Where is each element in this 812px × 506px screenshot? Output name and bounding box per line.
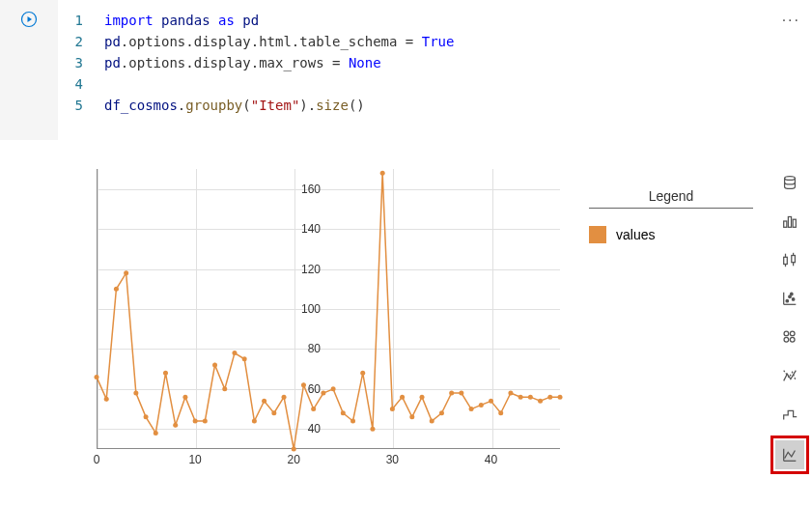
svg-point-42 xyxy=(489,399,493,404)
svg-point-7 xyxy=(144,414,149,419)
legend-separator xyxy=(589,208,753,209)
cell-gutter xyxy=(0,0,58,140)
legend-series-label: values xyxy=(616,227,655,242)
hexbin-icon[interactable] xyxy=(777,324,802,350)
x-tick-label: 40 xyxy=(485,453,497,466)
svg-point-69 xyxy=(790,337,795,342)
x-tick-label: 0 xyxy=(94,453,100,466)
cell-more-icon[interactable]: ··· xyxy=(782,12,800,29)
svg-point-44 xyxy=(508,391,513,396)
line-number: 3 xyxy=(58,52,104,73)
svg-point-31 xyxy=(380,171,385,176)
y-tick-label: 40 xyxy=(282,422,321,436)
step-chart-icon[interactable] xyxy=(777,402,802,427)
svg-point-45 xyxy=(518,395,523,400)
svg-point-39 xyxy=(459,391,463,396)
svg-point-68 xyxy=(784,337,789,342)
svg-point-9 xyxy=(163,371,168,376)
svg-rect-57 xyxy=(792,256,796,263)
cell-output: 406080100120140160 010203040 Legend valu… xyxy=(58,159,792,488)
x-tick-label: 20 xyxy=(288,453,300,466)
code-text[interactable]: import pandas as pd xyxy=(104,10,259,31)
svg-marker-1 xyxy=(28,16,33,22)
svg-point-47 xyxy=(538,399,543,404)
svg-point-8 xyxy=(154,431,158,436)
svg-rect-51 xyxy=(784,221,787,227)
svg-point-36 xyxy=(430,419,434,424)
svg-point-17 xyxy=(242,356,247,361)
code-text[interactable]: pd.options.display.html.table_schema = T… xyxy=(104,31,454,52)
svg-point-62 xyxy=(786,299,789,302)
bar-chart-icon[interactable] xyxy=(777,209,802,234)
svg-point-64 xyxy=(792,298,795,301)
svg-point-37 xyxy=(439,410,444,415)
legend-swatch xyxy=(589,226,606,243)
legend-title: Legend xyxy=(589,188,753,204)
svg-rect-53 xyxy=(793,219,796,227)
svg-point-33 xyxy=(400,395,405,400)
svg-point-30 xyxy=(370,427,375,432)
svg-point-2 xyxy=(95,375,99,380)
line-chart-icon[interactable] xyxy=(775,440,804,469)
sparkline-icon[interactable] xyxy=(777,363,802,388)
y-tick-label: 120 xyxy=(282,263,321,276)
scatter-plot-icon[interactable] xyxy=(777,286,802,311)
code-editor[interactable]: 1import pandas as pd2pd.options.display.… xyxy=(58,0,812,140)
svg-rect-54 xyxy=(784,257,788,264)
svg-point-14 xyxy=(212,363,217,368)
svg-point-22 xyxy=(292,447,296,452)
box-plot-icon[interactable] xyxy=(777,247,802,272)
svg-point-13 xyxy=(203,419,208,424)
svg-point-28 xyxy=(350,419,355,424)
chart-plot-area xyxy=(97,169,560,449)
svg-point-25 xyxy=(321,391,325,396)
run-cell-button[interactable] xyxy=(17,8,41,31)
svg-point-11 xyxy=(182,395,187,400)
code-line[interactable]: 5df_cosmos.groupby("Item").size() xyxy=(58,95,812,116)
data-table-icon[interactable] xyxy=(777,170,802,195)
svg-point-35 xyxy=(420,395,425,400)
visualization-toolbar xyxy=(775,170,804,469)
code-line[interactable]: 3pd.options.display.max_rows = None xyxy=(58,52,812,73)
x-tick-label: 30 xyxy=(386,453,399,466)
y-tick-label: 140 xyxy=(282,222,321,236)
svg-point-3 xyxy=(104,397,109,402)
svg-point-12 xyxy=(193,419,198,424)
svg-point-5 xyxy=(124,270,128,275)
svg-point-46 xyxy=(528,395,533,400)
chart-legend: Legend values xyxy=(589,188,753,243)
code-text[interactable]: pd.options.display.max_rows = None xyxy=(104,52,381,73)
line-number: 4 xyxy=(58,73,104,95)
svg-point-67 xyxy=(790,331,795,336)
svg-point-49 xyxy=(558,395,563,400)
svg-point-18 xyxy=(252,419,257,424)
y-tick-label: 60 xyxy=(282,382,321,396)
line-number: 5 xyxy=(58,95,104,116)
svg-point-34 xyxy=(409,414,414,419)
y-tick-label: 160 xyxy=(282,183,321,196)
svg-point-65 xyxy=(791,293,794,295)
svg-point-24 xyxy=(311,407,316,411)
line-number: 2 xyxy=(58,31,104,52)
svg-point-50 xyxy=(785,177,796,181)
code-line[interactable]: 1import pandas as pd xyxy=(58,10,812,31)
svg-point-10 xyxy=(173,423,178,428)
svg-point-48 xyxy=(547,395,552,400)
legend-item: values xyxy=(589,226,753,243)
code-text[interactable]: df_cosmos.groupby("Item").size() xyxy=(104,95,365,116)
svg-point-66 xyxy=(784,331,789,336)
y-tick-label: 100 xyxy=(282,302,321,316)
svg-point-38 xyxy=(449,391,454,396)
line-number: 1 xyxy=(58,10,104,31)
svg-point-32 xyxy=(390,407,395,411)
svg-point-43 xyxy=(498,410,503,415)
svg-point-26 xyxy=(331,386,336,391)
svg-point-27 xyxy=(341,410,346,415)
svg-point-41 xyxy=(479,403,484,408)
line-chart xyxy=(97,169,560,449)
code-line[interactable]: 4 xyxy=(58,73,812,95)
svg-point-19 xyxy=(262,399,266,404)
code-line[interactable]: 2pd.options.display.html.table_schema = … xyxy=(58,31,812,52)
svg-point-4 xyxy=(114,287,119,292)
y-tick-label: 80 xyxy=(282,342,321,355)
